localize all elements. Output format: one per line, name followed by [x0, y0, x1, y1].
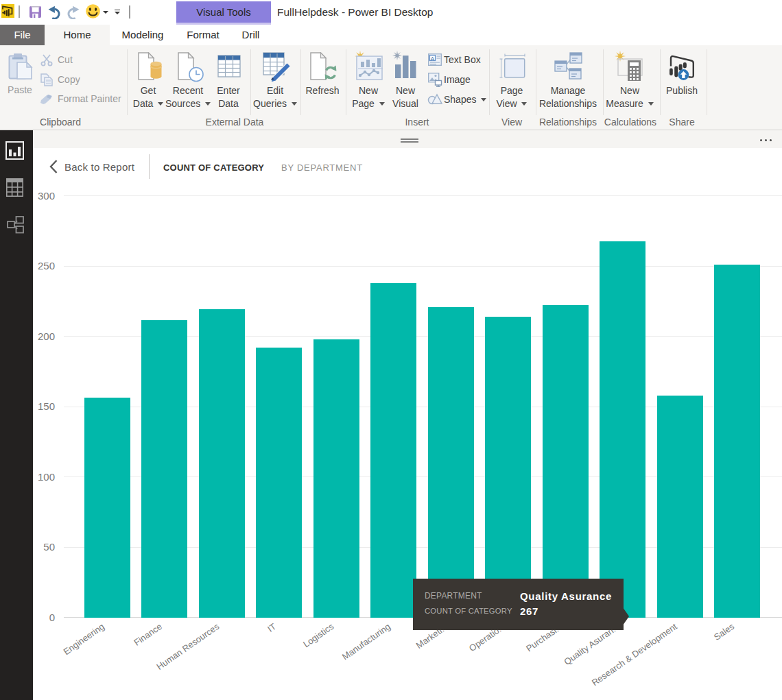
svg-text:A: A: [431, 56, 435, 62]
